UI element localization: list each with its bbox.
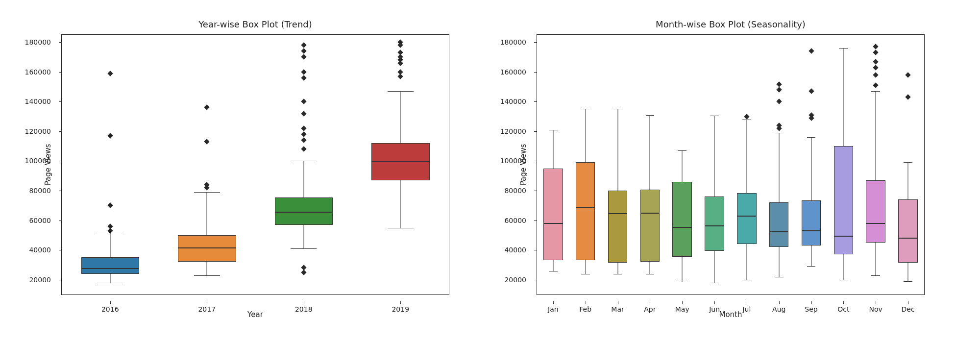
median-line <box>544 223 563 224</box>
box <box>672 182 692 257</box>
outlier-point <box>905 72 910 77</box>
box <box>81 257 140 273</box>
median-line <box>737 216 756 217</box>
median-line <box>609 213 627 214</box>
chart-title: Month-wise Box Plot (Seasonality) <box>537 19 924 29</box>
whisker <box>843 48 844 146</box>
outlier-point <box>301 49 306 54</box>
whisker-cap <box>839 48 848 49</box>
whisker-cap <box>291 161 317 161</box>
box <box>705 196 724 251</box>
y-tick-label: 140000 <box>500 98 526 105</box>
y-tick-label: 80000 <box>504 187 526 195</box>
box-slot: Sep <box>795 35 828 294</box>
median-line <box>641 213 660 214</box>
median-line <box>372 161 429 162</box>
outlier-point <box>905 95 910 100</box>
box <box>543 169 563 261</box>
whisker-cap <box>388 228 414 228</box>
x-tick-label: Mar <box>611 305 624 313</box>
whisker <box>746 120 747 193</box>
whisker-cap <box>613 109 622 109</box>
whisker-cap <box>646 274 655 274</box>
box <box>769 202 789 247</box>
box-slot: May <box>666 35 698 294</box>
outlier-point <box>107 133 113 138</box>
whisker <box>811 137 811 200</box>
x-tick-label: Feb <box>579 305 591 313</box>
whisker-cap <box>904 281 912 282</box>
whisker <box>207 192 207 235</box>
outlier-point <box>301 137 306 143</box>
whisker-cap <box>291 248 317 249</box>
outlier-point <box>301 111 306 116</box>
outlier-point <box>776 87 782 92</box>
whisker-cap <box>807 137 816 138</box>
x-axis-label: Year <box>62 310 449 319</box>
whisker <box>585 260 586 273</box>
median-line <box>178 247 236 248</box>
y-tick-label: 80000 <box>29 187 51 195</box>
whisker <box>908 263 908 281</box>
box-slot: 2018 <box>255 35 352 294</box>
box <box>737 193 757 244</box>
box-slot: Aug <box>763 35 795 294</box>
whisker <box>876 243 876 275</box>
box <box>275 197 333 225</box>
whisker <box>207 262 207 275</box>
x-tick-label: 2017 <box>198 305 216 313</box>
y-tick-label: 100000 <box>500 157 526 165</box>
whisker <box>714 116 715 196</box>
outlier-point <box>301 265 306 270</box>
whisker-cap <box>871 275 880 276</box>
whisker <box>303 225 304 248</box>
outlier-point <box>301 125 306 131</box>
box <box>178 235 236 262</box>
y-tick-label: 60000 <box>504 217 526 224</box>
median-line <box>834 236 853 237</box>
whisker-cap <box>904 162 912 163</box>
whisker <box>714 251 715 283</box>
box-slot: 2016 <box>62 35 159 294</box>
box <box>802 200 821 245</box>
outlier-point <box>301 54 306 60</box>
x-tick-label: Apr <box>644 305 656 313</box>
y-tick-label: 160000 <box>25 68 51 76</box>
outlier-point <box>301 147 306 152</box>
whisker <box>303 161 304 197</box>
median-line <box>673 227 691 228</box>
whisker <box>908 162 908 199</box>
box <box>866 180 885 243</box>
x-axis-label: Month <box>537 310 924 319</box>
whisker-cap <box>678 150 686 151</box>
outlier-point <box>301 131 306 137</box>
box-slot: 2019 <box>352 35 449 294</box>
whisker-cap <box>710 116 719 116</box>
whisker <box>650 115 650 190</box>
x-tick-label: Jul <box>742 305 751 313</box>
whisker-cap <box>613 274 622 274</box>
x-tick-label: 2016 <box>101 305 119 313</box>
box-slot: Jun <box>698 35 731 294</box>
whisker <box>617 109 618 191</box>
outlier-point <box>808 88 814 94</box>
outlier-point <box>204 139 210 144</box>
median-line <box>705 225 724 226</box>
box-slot: Nov <box>859 35 892 294</box>
x-tick-label: Dec <box>902 305 915 313</box>
box <box>371 143 430 180</box>
whisker-cap <box>388 91 414 92</box>
whisker-cap <box>581 274 590 274</box>
year-box-plot-axes: Year-wise Box Plot (Trend) Page Views Ye… <box>61 34 449 295</box>
whisker-cap <box>549 130 558 130</box>
box-slot: Mar <box>602 35 634 294</box>
y-tick-label: 100000 <box>25 157 51 165</box>
month-box-plot-axes: Month-wise Box Plot (Seasonality) Page V… <box>537 34 925 295</box>
whisker <box>843 254 844 279</box>
x-tick-label: Aug <box>772 305 785 313</box>
y-tick-label: 120000 <box>25 127 51 135</box>
x-tick-label: Jun <box>709 305 720 313</box>
median-line <box>576 207 595 208</box>
outlier-point <box>204 105 210 110</box>
y-tick-label: 160000 <box>500 68 526 76</box>
